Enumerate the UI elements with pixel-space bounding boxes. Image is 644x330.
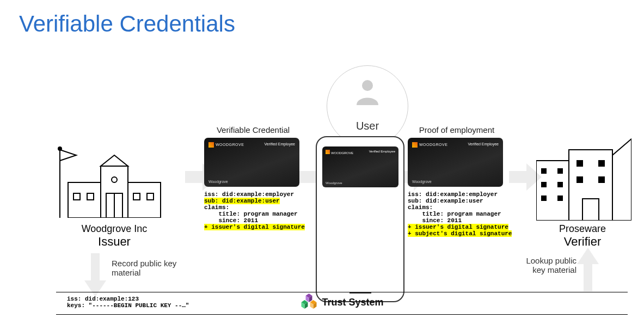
svg-rect-24: [577, 177, 582, 182]
page-title: Verifiable Credentials: [19, 11, 235, 37]
card-company: Woodgrove: [208, 180, 228, 184]
proof-claims: iss: did:example:employer sub: did:examp…: [408, 191, 506, 237]
svg-rect-4: [87, 193, 94, 200]
svg-rect-26: [582, 199, 599, 221]
svg-point-13: [362, 80, 373, 91]
card-company: Woodgrove: [326, 181, 342, 185]
diagram-stage: Woodgrove Inc Issuer Record public key m…: [0, 49, 644, 283]
issuer-role: Issuer: [68, 235, 161, 249]
vc-title: Verifiable Credential: [204, 125, 302, 135]
verifier-building-icon: [536, 123, 631, 221]
svg-rect-23: [599, 161, 604, 166]
card-label: Verified Employee: [468, 142, 499, 146]
svg-point-7: [112, 177, 117, 182]
user-icon: [355, 79, 379, 105]
svg-point-1: [58, 147, 62, 150]
card-company: Woodgrove: [412, 180, 432, 184]
svg-rect-3: [73, 193, 80, 200]
verifier-name: Proseware: [542, 223, 623, 235]
svg-rect-17: [542, 182, 546, 187]
svg-marker-6: [101, 155, 128, 166]
phone-icon: WOODGROVE Verified Employee Woodgrove: [316, 136, 404, 302]
phone-credential-card: WOODGROVE Verified Employee Woodgrove: [322, 146, 398, 187]
svg-rect-21: [569, 150, 612, 221]
proof-block: Proof of employment WOODGROVE Verified E…: [408, 125, 506, 237]
svg-rect-16: [558, 169, 562, 173]
svg-rect-20: [558, 196, 562, 200]
credential-card-icon: WOODGROVE Verified Employee Woodgrove: [204, 138, 299, 187]
trust-system-name: Trust System: [322, 297, 383, 308]
record-label: Record public key material: [112, 259, 177, 277]
card-brand: WOODGROVE: [419, 143, 447, 146]
svg-rect-25: [599, 177, 604, 182]
verifier-labels: Proseware Verifier: [542, 223, 623, 249]
card-brand: WOODGROVE: [216, 143, 244, 146]
issuer-labels: Woodgrove Inc Issuer: [68, 223, 161, 249]
lookup-label: Lookup public key material: [525, 256, 576, 274]
user-circle-icon: [327, 65, 408, 147]
svg-rect-19: [542, 196, 546, 200]
svg-rect-12: [147, 193, 154, 200]
card-label: Verified Employee: [265, 142, 295, 146]
trust-system-bar: iss: did:example:123 keys: "------BEGIN …: [56, 292, 628, 315]
credential-card-icon: WOODGROVE Verified Employee Woodgrove: [408, 138, 503, 187]
card-brand: WOODGROVE: [331, 151, 353, 155]
verifier-role: Verifier: [542, 235, 623, 249]
lookup-arrow-up-icon: [577, 248, 599, 291]
svg-rect-11: [133, 193, 140, 200]
verifiable-credential-block: Verifiable Credential WOODGROVE Verified…: [204, 125, 302, 230]
card-label: Verified Employee: [369, 150, 395, 153]
issuer-name: Woodgrove Inc: [68, 223, 161, 235]
svg-marker-27: [612, 139, 631, 221]
cubes-icon: [300, 294, 317, 311]
record-arrow-down-icon: [84, 253, 106, 297]
vc-claims: iss: did:example:employer sub: did:examp…: [204, 191, 302, 230]
svg-rect-22: [577, 161, 582, 166]
user-label: User: [338, 120, 397, 132]
svg-rect-15: [542, 169, 546, 173]
proof-title: Proof of employment: [408, 125, 506, 135]
svg-rect-18: [558, 182, 562, 187]
issuer-building-icon: [52, 133, 171, 218]
